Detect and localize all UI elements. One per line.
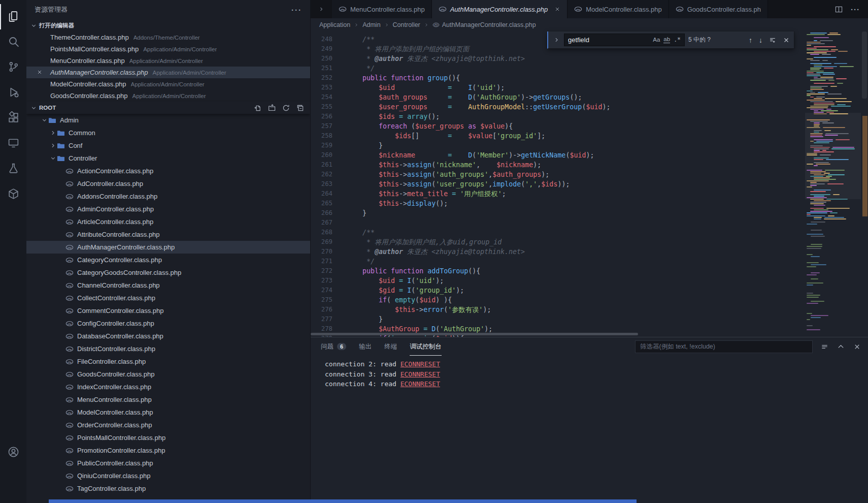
panel-tab[interactable]: 输出 <box>359 337 372 356</box>
find-input[interactable] <box>568 36 649 44</box>
horizontal-scrollbar[interactable] <box>311 333 638 335</box>
breadcrumb-item[interactable]: phpAuthManagerController.class.php <box>432 21 536 28</box>
chevron-up-icon[interactable] <box>837 343 845 351</box>
php-file-icon: php <box>65 358 74 366</box>
panel-filter-input[interactable] <box>635 340 813 353</box>
open-editor-item[interactable]: phpPointsMallController.class.phpApplica… <box>26 43 310 55</box>
open-editor-item[interactable]: phpModelController.class.phpApplication/… <box>26 78 310 90</box>
more-actions-icon[interactable]: ··· <box>291 6 302 14</box>
more-actions-icon[interactable]: ··· <box>851 5 860 14</box>
package-box-button[interactable] <box>0 182 26 207</box>
open-editor-item[interactable]: phpMenuController.class.phpApplication/A… <box>26 55 310 67</box>
token: $ids <box>379 113 395 120</box>
source-control-button[interactable] <box>0 55 26 80</box>
tree-file-item[interactable]: phpCategoryController.class.php <box>26 254 310 266</box>
tree-file-item[interactable]: phpModelController.class.php <box>26 406 310 419</box>
new-file-icon[interactable] <box>254 104 261 112</box>
whole-word-icon[interactable]: ab <box>663 37 670 43</box>
new-folder-icon[interactable] <box>268 104 276 112</box>
close-icon[interactable] <box>37 69 43 75</box>
tree-file-item[interactable]: phpDatabaseController.class.php <box>26 330 310 342</box>
tree-file-item[interactable]: phpOrderController.class.php <box>26 419 310 431</box>
arrow-down-icon[interactable]: ↓ <box>759 36 762 44</box>
tree-file-item[interactable]: phpAttributeController.class.php <box>26 228 310 241</box>
account-button[interactable] <box>0 440 26 465</box>
open-editor-item[interactable]: phpAuthManagerController.class.phpApplic… <box>26 67 310 78</box>
arrow-up-icon[interactable]: ↑ <box>749 36 752 44</box>
tab-overflow-chevron-icon[interactable] <box>311 0 332 18</box>
extensions-button[interactable] <box>0 106 26 131</box>
token: meta_title <box>407 190 448 198</box>
vertical-scrollbar[interactable] <box>861 32 868 337</box>
find-in-selection-icon[interactable] <box>769 37 776 44</box>
tree-file-item[interactable]: phpAdminController.class.php <box>26 203 310 215</box>
lines-icon[interactable] <box>821 343 828 351</box>
refresh-icon[interactable] <box>282 104 290 112</box>
code-editor[interactable]: 247248 /**249 * 将用户添加到用户组的编辑页面250 * @aut… <box>311 32 868 337</box>
tree-file-item[interactable]: phpMenuController.class.php <box>26 393 310 406</box>
error-link[interactable]: ECONNRESET <box>400 380 440 388</box>
tree-folder-item[interactable]: Controller <box>26 152 310 165</box>
tree-folder-item[interactable]: Admin <box>26 114 310 127</box>
tree-file-item[interactable]: phpDistrictController.class.php <box>26 342 310 355</box>
run-debug-button[interactable] <box>0 80 26 106</box>
tree-folder-item[interactable]: Common <box>26 127 310 139</box>
open-editors-header[interactable]: 打开的编辑器 <box>26 19 310 32</box>
breadcrumb-item[interactable]: Controller <box>393 21 420 28</box>
code-area[interactable]: 247248 /**249 * 将用户添加到用户组的编辑页面250 * @aut… <box>311 32 805 337</box>
open-editor-item[interactable]: phpThemeController.class.phpAddons/Theme… <box>26 32 310 43</box>
match-case-icon[interactable]: Aa <box>653 37 660 43</box>
tree-file-item[interactable]: phpCategoryGoodsController.class.php <box>26 266 310 279</box>
collapse-all-icon[interactable] <box>296 104 304 112</box>
tree-file-item[interactable]: phpTagController.class.php <box>26 482 310 495</box>
tree-file-item[interactable]: phpAddonsController.class.php <box>26 190 310 203</box>
close-icon[interactable] <box>783 37 790 44</box>
regex-icon[interactable]: .* <box>674 37 681 43</box>
panel-actions <box>821 343 861 351</box>
minimap[interactable] <box>805 32 861 337</box>
editor-tab[interactable]: phpModelController.class.php <box>567 0 669 18</box>
tree-file-item[interactable]: phpAdController.class.php <box>26 177 310 190</box>
editor-tab[interactable]: phpGoodsController.class.ph <box>669 0 768 18</box>
split-editor-icon[interactable] <box>835 6 843 13</box>
tree-file-item[interactable]: phpQiniuController.class.php <box>26 469 310 482</box>
tree-file-item[interactable]: phpCommentController.class.php <box>26 304 310 317</box>
test-beaker-button[interactable] <box>0 156 26 182</box>
tree-file-item[interactable]: phpActionController.class.php <box>26 165 310 177</box>
tree-file-item[interactable]: phpChannelController.class.php <box>26 279 310 292</box>
remote-explorer-button[interactable] <box>0 131 26 156</box>
error-link[interactable]: ECONNRESET <box>400 370 440 378</box>
toggle-replace-chevron-icon[interactable] <box>552 37 560 43</box>
tree-file-item[interactable]: phpGoodsController.class.php <box>26 368 310 381</box>
tree-file-item[interactable]: phpPromotionController.class.php <box>26 444 310 457</box>
editor-tab[interactable]: phpAuthManagerController.class.php <box>432 0 567 18</box>
tree-file-item[interactable]: phpAuthManagerController.class.php <box>26 241 310 254</box>
tree-file-item[interactable]: phpConfigController.class.php <box>26 317 310 330</box>
code-text: */ <box>346 64 805 73</box>
scrollbar-thumb[interactable] <box>862 32 867 99</box>
panel-tab[interactable]: 终端 <box>384 337 397 356</box>
panel-tab[interactable]: 问题6 <box>321 337 346 356</box>
minimap-slider[interactable] <box>805 113 861 199</box>
tree-file-item[interactable]: phpCollectController.class.php <box>26 292 310 304</box>
tree-folder-item[interactable]: Conf <box>26 139 310 152</box>
close-icon[interactable] <box>853 343 861 351</box>
tree-file-item[interactable]: phpIndexController.class.php <box>26 381 310 393</box>
tree-file-item[interactable]: phpFileController.class.php <box>26 355 310 368</box>
tree-file-item[interactable]: phpPointsMallController.class.php <box>26 431 310 444</box>
root-section-header[interactable]: ROOT <box>26 102 310 114</box>
close-icon[interactable] <box>554 6 560 12</box>
tabs-container: phpMenuController.class.phpphpAuthManage… <box>332 0 768 18</box>
breadcrumb-item[interactable]: Admin <box>362 21 380 28</box>
open-editor-item[interactable]: phpGoodsController.class.phpApplication/… <box>26 90 310 102</box>
tree-file-item[interactable]: phpArticleController.class.php <box>26 215 310 228</box>
editor-tab[interactable]: phpMenuController.class.php <box>332 0 432 18</box>
line-number: 277 <box>311 315 346 324</box>
breadcrumb-item[interactable]: Application <box>319 21 350 28</box>
error-link[interactable]: ECONNRESET <box>400 360 440 368</box>
files-button[interactable] <box>0 4 26 29</box>
code-line: 271 */ <box>311 257 805 266</box>
panel-tab[interactable]: 调试控制台 <box>410 337 442 356</box>
tree-file-item[interactable]: phpPublicController.class.php <box>26 457 310 469</box>
search-button[interactable] <box>0 29 26 55</box>
